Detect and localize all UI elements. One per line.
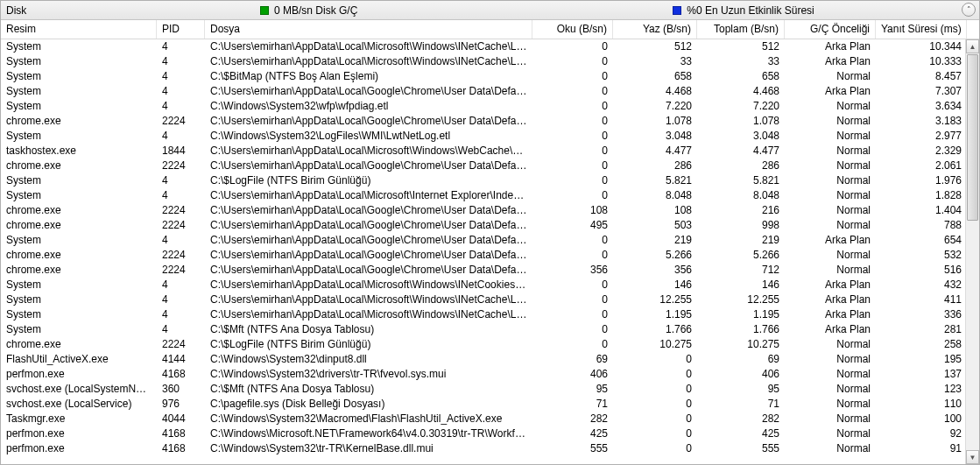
disk-panel: Disk 0 MB/sn Disk G/Ç %0 En Uzun Etkinli…: [0, 0, 980, 465]
col-response[interactable]: Yanıt Süresi (ms): [876, 20, 967, 39]
cell-write: 1.766: [613, 322, 697, 337]
cell-response: 123: [876, 382, 967, 397]
table-row[interactable]: chrome.exe2224C:\Users\emirhan\AppData\L…: [1, 203, 979, 218]
table-row[interactable]: System4C:\$Mft (NTFS Ana Dosya Tablosu)0…: [1, 322, 979, 337]
cell-write: 0: [613, 367, 697, 382]
cell-response: 411: [876, 292, 967, 307]
scroll-thumb[interactable]: [967, 54, 978, 221]
col-image[interactable]: Resim: [1, 20, 157, 39]
column-headers: Resim PID Dosya Oku (B/sn) Yaz (B/sn) To…: [1, 20, 979, 39]
cell-write: 5.821: [613, 173, 697, 188]
cell-image: System: [1, 69, 157, 84]
table-row[interactable]: svchost.exe (LocalSystemNetwo...360C:\$M…: [1, 382, 979, 397]
cell-image: svchost.exe (LocalSystemNetwo...: [1, 382, 157, 397]
table-row[interactable]: perfmon.exe4168C:\Windows\System32\tr-TR…: [1, 441, 979, 456]
table-row[interactable]: System4C:\Windows\System32\wfp\wfpdiag.e…: [1, 99, 979, 114]
cell-response: 654: [876, 233, 967, 248]
col-priority[interactable]: G/Ç Önceliği: [785, 20, 876, 39]
cell-response: 110: [876, 397, 967, 412]
table-row[interactable]: perfmon.exe4168C:\Windows\System32\drive…: [1, 367, 979, 382]
cell-read: 0: [532, 99, 613, 114]
table-row[interactable]: chrome.exe2224C:\Users\emirhan\AppData\L…: [1, 248, 979, 263]
cell-pid: 4: [157, 54, 205, 69]
vertical-scrollbar[interactable]: ▲ ▼: [965, 39, 979, 464]
cell-file: C:\Users\emirhan\AppData\Local\Microsoft…: [205, 144, 532, 159]
table-row[interactable]: System4C:\Users\emirhan\AppData\Local\Mi…: [1, 307, 979, 322]
cell-image: chrome.exe: [1, 114, 157, 129]
table-row[interactable]: System4C:\Users\emirhan\AppData\Local\Mi…: [1, 278, 979, 292]
table-row[interactable]: System4C:\Windows\System32\LogFiles\WMI\…: [1, 129, 979, 144]
cell-image: System: [1, 188, 157, 203]
table-row[interactable]: chrome.exe2224C:\Users\emirhan\AppData\L…: [1, 114, 979, 129]
cell-priority: Normal: [785, 144, 876, 159]
collapse-button[interactable]: ˄: [962, 3, 976, 17]
cell-priority: Normal: [785, 441, 876, 456]
cell-write: 4.468: [613, 84, 697, 99]
cell-pid: 4: [157, 173, 205, 188]
cell-response: 100: [876, 412, 967, 426]
table-row[interactable]: chrome.exe2224C:\$LogFile (NTFS Birim Gü…: [1, 337, 979, 352]
table-row[interactable]: System4C:\Users\emirhan\AppData\Local\Go…: [1, 233, 979, 248]
cell-priority: Normal: [785, 203, 876, 218]
table-row[interactable]: chrome.exe2224C:\Users\emirhan\AppData\L…: [1, 263, 979, 278]
cell-write: 12.255: [613, 292, 697, 307]
table-row[interactable]: Taskmgr.exe4044C:\Windows\System32\Macro…: [1, 412, 979, 426]
panel-header[interactable]: Disk 0 MB/sn Disk G/Ç %0 En Uzun Etkinli…: [1, 1, 979, 20]
table-row[interactable]: FlashUtil_ActiveX.exe4144C:\Windows\Syst…: [1, 352, 979, 367]
cell-total: 4.468: [697, 84, 785, 99]
table-row[interactable]: System4C:\$BitMap (NTFS Boş Alan Eşlemi)…: [1, 69, 979, 84]
cell-write: 3.048: [613, 129, 697, 144]
cell-response: 2.329: [876, 144, 967, 159]
table-row[interactable]: System4C:\Users\emirhan\AppData\Local\Go…: [1, 84, 979, 99]
cell-pid: 4: [157, 292, 205, 307]
cell-read: 0: [532, 54, 613, 69]
scroll-up-button[interactable]: ▲: [966, 39, 979, 53]
cell-priority: Normal: [785, 218, 876, 233]
table-row[interactable]: System4C:\Users\emirhan\AppData\Local\Mi…: [1, 292, 979, 307]
table-row[interactable]: taskhostex.exe1844C:\Users\emirhan\AppDa…: [1, 144, 979, 159]
table-row[interactable]: chrome.exe2224C:\Users\emirhan\AppData\L…: [1, 159, 979, 173]
cell-total: 286: [697, 159, 785, 173]
cell-read: 108: [532, 203, 613, 218]
cell-file: C:\Users\emirhan\AppData\Local\Microsoft…: [205, 188, 532, 203]
cell-pid: 4: [157, 322, 205, 337]
col-read[interactable]: Oku (B/sn): [532, 20, 613, 39]
cell-response: 788: [876, 218, 967, 233]
cell-file: C:\Users\emirhan\AppData\Local\Google\Ch…: [205, 248, 532, 263]
table-row[interactable]: System4C:\Users\emirhan\AppData\Local\Mi…: [1, 39, 979, 54]
table-row[interactable]: svchost.exe (LocalService)976C:\pagefile…: [1, 397, 979, 412]
table-row[interactable]: System4C:\$LogFile (NTFS Birim Günlüğü)0…: [1, 173, 979, 188]
cell-pid: 4168: [157, 367, 205, 382]
cell-pid: 1844: [157, 144, 205, 159]
cell-read: 95: [532, 382, 613, 397]
cell-write: 0: [613, 426, 697, 441]
cell-file: C:\Users\emirhan\AppData\Local\Google\Ch…: [205, 218, 532, 233]
col-write[interactable]: Yaz (B/sn): [613, 20, 697, 39]
cell-total: 1.766: [697, 322, 785, 337]
cell-pid: 2224: [157, 218, 205, 233]
cell-priority: Normal: [785, 129, 876, 144]
cell-read: 425: [532, 426, 613, 441]
table-row[interactable]: System4C:\Users\emirhan\AppData\Local\Mi…: [1, 54, 979, 69]
cell-read: 0: [532, 129, 613, 144]
table-row[interactable]: perfmon.exe4168C:\Windows\Microsoft.NET\…: [1, 426, 979, 441]
table-row[interactable]: System4C:\Users\emirhan\AppData\Local\Mi…: [1, 188, 979, 203]
cell-write: 4.477: [613, 144, 697, 159]
cell-read: 0: [532, 173, 613, 188]
cell-priority: Arka Plan: [785, 292, 876, 307]
cell-image: System: [1, 54, 157, 69]
cell-image: chrome.exe: [1, 218, 157, 233]
col-total[interactable]: Toplam (B/sn): [697, 20, 785, 39]
cell-file: C:\$Mft (NTFS Ana Dosya Tablosu): [205, 322, 532, 337]
cell-total: 425: [697, 426, 785, 441]
cell-file: C:\$BitMap (NTFS Boş Alan Eşlemi): [205, 69, 532, 84]
cell-total: 33: [697, 54, 785, 69]
col-file[interactable]: Dosya: [205, 20, 532, 39]
cell-priority: Normal: [785, 248, 876, 263]
cell-write: 512: [613, 39, 697, 54]
cell-image: perfmon.exe: [1, 426, 157, 441]
cell-total: 712: [697, 263, 785, 278]
scroll-down-button[interactable]: ▼: [966, 450, 979, 464]
table-row[interactable]: chrome.exe2224C:\Users\emirhan\AppData\L…: [1, 218, 979, 233]
col-pid[interactable]: PID: [157, 20, 205, 39]
